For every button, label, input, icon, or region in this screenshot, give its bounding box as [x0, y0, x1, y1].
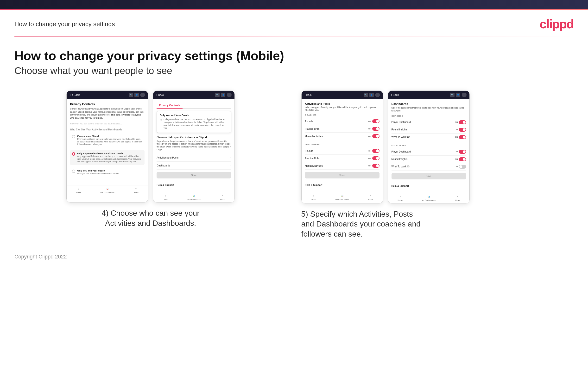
- phone-4-back[interactable]: ‹ Back: [391, 93, 399, 97]
- menu-icon: ≡: [134, 187, 138, 191]
- people-icon-4[interactable]: 👤: [456, 93, 460, 97]
- more-icon[interactable]: ⋯: [140, 93, 145, 97]
- phone-2-body: Privacy Controls Only You and Your Coach…: [153, 99, 234, 190]
- phone-4-desc: Select the dashboards that you'd like to…: [391, 107, 466, 112]
- phone-3-body: Activities and Posts Select the types of…: [302, 99, 383, 190]
- perf-label: My Performance: [101, 191, 115, 193]
- followers-round-insights-row: Round Insights ON: [391, 156, 466, 163]
- people-icon-3[interactable]: 👤: [369, 93, 374, 97]
- coaches-drills-toggle[interactable]: [372, 127, 380, 131]
- coaches-what-work-toggle[interactable]: [459, 135, 466, 139]
- phone-3: ‹ Back 🔍 👤 ⋯ Activities and Posts Select…: [301, 91, 383, 203]
- phone-2-bottom-nav: ⌂ Home 📊 My Performance ≡ Menu: [153, 192, 234, 202]
- home-icon: ⌂: [77, 187, 81, 191]
- search-icon-2[interactable]: 🔍: [215, 93, 220, 97]
- phone-1-back[interactable]: ‹ < Back: [69, 93, 80, 97]
- chevron-dashboards: ›: [230, 164, 231, 167]
- phone-1-option-1[interactable]: Everyone on Clippd Everyone on Clippd ca…: [70, 133, 145, 148]
- caption-left: 4) Choose who can see your Activities an…: [102, 208, 200, 228]
- menu-dashboards[interactable]: Dashboards ›: [156, 162, 231, 170]
- more-icon-3[interactable]: ⋯: [375, 93, 380, 97]
- coaches-round-insights-label: Round Insights: [391, 128, 408, 131]
- tab-privacy-controls[interactable]: Privacy Controls: [156, 102, 182, 108]
- save-button-3[interactable]: Save: [305, 172, 380, 178]
- followers-player-dash-toggle[interactable]: [459, 150, 466, 154]
- bottom-perf-2[interactable]: 📊 My Performance: [187, 194, 201, 200]
- header-divider: [14, 36, 574, 36]
- phone-2-back[interactable]: ‹ Back: [156, 93, 164, 97]
- chart-icon-4: 📊: [426, 195, 431, 199]
- page-heading: How to change your privacy settings (Mob…: [14, 49, 574, 63]
- bottom-perf-4[interactable]: 📊 My Performance: [422, 195, 436, 201]
- followers-rounds-toggle[interactable]: [372, 149, 380, 153]
- radio-coach-only[interactable]: [72, 170, 75, 173]
- perf-label-4: My Performance: [422, 199, 436, 201]
- followers-rounds-row: Rounds ON: [305, 147, 380, 155]
- main-content: How to change your privacy settings (Mob…: [0, 49, 588, 239]
- more-icon-2[interactable]: ⋯: [227, 93, 232, 97]
- show-hide-title: Show or hide specific features in Clippd: [156, 136, 231, 139]
- bottom-perf-3[interactable]: 📊 My Performance: [335, 194, 349, 200]
- dashboards-label: Dashboards: [156, 164, 170, 167]
- followers-drills-toggle[interactable]: [372, 156, 380, 160]
- more-icon-4[interactable]: ⋯: [462, 93, 467, 97]
- followers-what-work-toggle[interactable]: [459, 165, 466, 169]
- phone-1-option-2[interactable]: Only Approved Followers and Your Coach O…: [70, 150, 145, 165]
- menu-activities[interactable]: Activities and Posts ›: [156, 154, 231, 162]
- help-support-3: Help & Support: [305, 181, 380, 186]
- save-button-2[interactable]: Save: [156, 172, 231, 178]
- search-icon-4[interactable]: 🔍: [450, 93, 455, 97]
- phone-4-body: Dashboards Select the dashboards that yo…: [388, 99, 469, 191]
- home-label: Home: [76, 191, 81, 193]
- popup-radio[interactable]: [160, 119, 162, 121]
- bottom-menu-3[interactable]: ≡ Menu: [368, 194, 373, 200]
- copyright: Copyright Clippd 2022: [14, 254, 67, 260]
- coaches-rounds-toggle[interactable]: [372, 119, 380, 123]
- bottom-home-2[interactable]: ⌂ Home: [163, 194, 168, 200]
- footer: Copyright Clippd 2022: [0, 239, 588, 267]
- option-1-desc: Everyone on Clippd can search for you an…: [77, 138, 143, 146]
- bottom-menu-1[interactable]: ≡ Menu: [134, 187, 138, 193]
- popup-desc: Only you and the coaches you connect wit…: [164, 118, 228, 130]
- caption-right: 5) Specify which Activities, Posts and D…: [301, 209, 421, 239]
- people-icon-2[interactable]: 👤: [221, 93, 225, 97]
- bottom-menu-4[interactable]: ≡ Menu: [455, 195, 460, 201]
- coaches-player-dash-toggle[interactable]: [459, 120, 466, 124]
- save-button-4[interactable]: Save: [391, 173, 466, 179]
- coaches-round-insights-toggle[interactable]: [459, 128, 466, 132]
- people-icon[interactable]: 👤: [134, 93, 139, 97]
- phone-3-back[interactable]: ‹ Back: [304, 93, 312, 97]
- coaches-label-3: COACHES: [305, 114, 380, 116]
- coaches-drills-row: Practice Drills ON: [305, 125, 380, 133]
- right-phones: ‹ Back 🔍 👤 ⋯ Activities and Posts Select…: [301, 91, 470, 203]
- option-2-desc: Only approved followers and coaches you …: [77, 155, 143, 163]
- bottom-home-4[interactable]: ⌂ Home: [398, 195, 403, 201]
- coaches-manual-label: Manual Activities: [305, 135, 323, 138]
- home-label-2: Home: [163, 198, 168, 200]
- coaches-player-dash-row: Player Dashboard ON: [391, 119, 466, 126]
- radio-everyone[interactable]: [72, 135, 75, 138]
- phone-3-nav-icons: 🔍 👤 ⋯: [364, 93, 380, 97]
- phone-1-desc2: However, you can control who can see you…: [70, 122, 145, 125]
- top-bar: [0, 0, 588, 10]
- phone-1-option-3[interactable]: Only You and Your Coach Only you and the…: [70, 167, 145, 177]
- left-phones: ‹ < Back 🔍 👤 ⋯ Privacy Controls Control …: [66, 91, 235, 202]
- chart-icon-2: 📊: [192, 194, 197, 198]
- followers-round-insights-toggle[interactable]: [459, 157, 466, 161]
- radio-approved[interactable]: [72, 152, 75, 156]
- chevron-activities: ›: [230, 156, 231, 159]
- menu-label-3: Menu: [368, 198, 373, 200]
- phone-1-title: Privacy Controls: [70, 102, 145, 106]
- search-icon[interactable]: 🔍: [129, 93, 133, 97]
- coaches-manual-toggle[interactable]: [372, 134, 380, 138]
- bottom-home-1[interactable]: ⌂ Home: [76, 187, 81, 193]
- followers-what-work-label: What To Work On: [391, 165, 411, 168]
- coaches-rounds-label: Rounds: [305, 120, 313, 123]
- followers-manual-label: Manual Activities: [305, 165, 323, 167]
- followers-manual-toggle[interactable]: [372, 164, 380, 168]
- bottom-home-3[interactable]: ⌂ Home: [311, 194, 316, 200]
- bottom-perf-1[interactable]: 📊 My Performance: [101, 187, 115, 193]
- search-icon-3[interactable]: 🔍: [364, 93, 368, 97]
- bottom-menu-2[interactable]: ≡ Menu: [220, 194, 225, 200]
- option-2-label: Only Approved Followers and Your Coach: [77, 152, 143, 155]
